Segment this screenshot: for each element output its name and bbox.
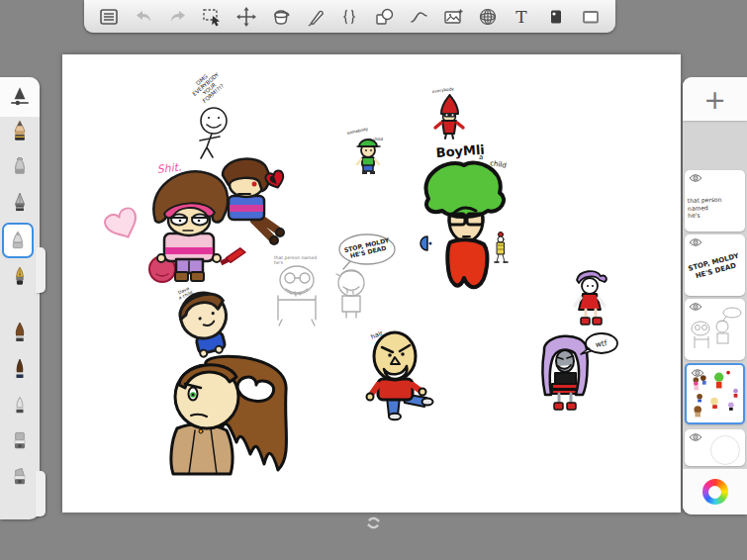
layer-card-text-1[interactable]: that person named he's xyxy=(685,170,745,232)
tiny-blue-figure xyxy=(420,236,432,250)
layer-card-sketch[interactable] xyxy=(685,299,745,360)
text-tool-glyph: T xyxy=(516,6,528,26)
layer-visibility-eye-icon[interactable] xyxy=(689,302,702,312)
layer-thumbnail-circle xyxy=(710,435,740,465)
sidebar-drawer-handle-bottom[interactable] xyxy=(36,471,46,516)
tool-soft-brush[interactable] xyxy=(4,387,36,422)
soft-brush-icon xyxy=(8,390,32,420)
layer-visibility-eye-icon[interactable] xyxy=(689,237,702,247)
red-knife xyxy=(219,247,246,267)
sphere-grid-icon xyxy=(477,6,499,28)
mask-pen-button[interactable] xyxy=(304,5,327,29)
undo-icon xyxy=(133,6,154,28)
rect-select-icon xyxy=(201,6,223,28)
drawing-canvas[interactable]: OMG EVERYBODY YOUR FORM!?!? Shit. xyxy=(62,54,681,513)
layers-panel-footer xyxy=(683,469,747,514)
svg-text:he's: he's xyxy=(274,260,284,265)
text-tool-icon: T xyxy=(511,6,532,28)
add-layer-label: + xyxy=(703,86,726,113)
color-wheel-button[interactable] xyxy=(702,479,728,505)
tool-technical-pen[interactable] xyxy=(4,185,36,221)
lasso-shapes-icon xyxy=(373,6,395,28)
mask-pen-icon xyxy=(305,6,327,28)
color-wheel-center xyxy=(708,486,721,499)
bald-angry-guy-drawing: hair xyxy=(367,328,433,420)
curve-button[interactable] xyxy=(407,5,430,29)
move-button[interactable] xyxy=(234,5,258,29)
tool-pencil[interactable] xyxy=(4,113,36,148)
tool-angled-marker[interactable] xyxy=(4,458,36,494)
layer-visibility-eye-icon[interactable] xyxy=(691,368,704,378)
fill-bucket-icon xyxy=(270,6,292,28)
frisk-drawing xyxy=(219,159,286,267)
tool-flat-marker[interactable] xyxy=(4,422,36,458)
import-image-icon xyxy=(442,6,464,28)
rect-select-button[interactable] xyxy=(200,5,224,29)
fountain-pen-icon xyxy=(8,262,32,292)
stick-note-text: OMG EVERYBODY YOUR FORM!?!? xyxy=(187,66,228,106)
layer-visibility-eye-icon[interactable] xyxy=(689,432,702,442)
add-layer-button[interactable]: + xyxy=(683,77,747,121)
menu-list-icon xyxy=(98,6,120,28)
tool-marker-selected[interactable] xyxy=(2,223,34,258)
tool-tip-settings[interactable] xyxy=(0,77,40,117)
lasso-shapes-button[interactable] xyxy=(372,5,396,29)
wtf-girl-drawing: wtf xyxy=(543,333,617,410)
green-cap-kid-drawing: somebody a child xyxy=(346,126,383,174)
tool-detail-brush[interactable] xyxy=(4,351,36,387)
tip-settings-icon xyxy=(8,82,32,112)
red-hood-kid-drawing: everybody a child xyxy=(431,86,463,139)
long-hair-girl-drawing xyxy=(171,356,287,474)
marker-icon xyxy=(6,226,30,255)
redo-button[interactable] xyxy=(166,5,190,29)
flat-marker-icon xyxy=(8,425,32,455)
tiny-yellow-figure xyxy=(495,233,508,263)
top-toolbar: T xyxy=(84,0,615,33)
layer-visibility-eye-icon[interactable] xyxy=(689,173,702,183)
svg-text:everybody: everybody xyxy=(431,86,454,94)
pencil-icon xyxy=(8,116,32,145)
sidebar-drawer-handle-top[interactable] xyxy=(36,247,46,293)
move-icon xyxy=(235,6,257,28)
svg-text:a: a xyxy=(479,153,483,161)
layer-card-circle[interactable] xyxy=(685,429,745,466)
color-swatch-button[interactable] xyxy=(544,5,568,29)
layer-thumbnail-text: STOP, MOLDY HE'S DEAD xyxy=(685,250,745,283)
redo-icon xyxy=(167,6,189,28)
airbrush-icon xyxy=(8,151,32,181)
beret-girl-drawing xyxy=(575,271,607,325)
layers-panel: + that person named he's STOP, MOLDY HE'… xyxy=(683,77,747,514)
tool-round-brush[interactable] xyxy=(4,315,36,350)
text-tool-button[interactable]: T xyxy=(510,5,533,29)
layer-thumbnail-text: that person named he's xyxy=(685,195,745,220)
svg-text:somebody: somebody xyxy=(346,126,369,136)
menu-list-button[interactable] xyxy=(97,5,121,29)
canvas-frame-icon xyxy=(580,6,602,28)
fill-bucket-button[interactable] xyxy=(269,5,293,29)
rotate-canvas-button[interactable] xyxy=(365,514,382,531)
curve-icon xyxy=(408,6,429,28)
green-afro-guy-drawing xyxy=(420,163,508,288)
stick-figure-drawing: OMG EVERYBODY YOUR FORM!?!? xyxy=(187,66,228,158)
sketch-figures-drawing: STOP, MOLDY HE'S DEAD that person named … xyxy=(274,234,395,326)
tool-fountain-pen[interactable] xyxy=(4,259,36,295)
canvas-frame-button[interactable] xyxy=(579,5,603,29)
rotate-icon xyxy=(365,514,382,531)
person-named-text: that person named he's xyxy=(274,255,317,265)
technical-pen-icon xyxy=(8,188,32,218)
undo-button[interactable] xyxy=(132,5,155,29)
tool-sidebar xyxy=(0,77,40,519)
cut-squiggle-button[interactable] xyxy=(337,5,361,29)
layer-card-text-2[interactable]: STOP, MOLDY HE'S DEAD xyxy=(685,234,745,296)
detail-brush-icon xyxy=(8,354,32,384)
round-brush-icon xyxy=(8,318,32,347)
bowl-cut-boy-drawing: Dave a child xyxy=(173,278,235,360)
svg-text:BoyMli: BoyMli xyxy=(435,142,485,160)
import-image-button[interactable] xyxy=(441,5,465,29)
angled-marker-icon xyxy=(8,461,32,491)
tool-airbrush[interactable] xyxy=(4,148,36,184)
sphere-grid-button[interactable] xyxy=(476,5,500,29)
layer-card-color-selected[interactable] xyxy=(685,363,745,424)
pink-heart-drawing xyxy=(103,206,142,243)
color-swatch-icon xyxy=(545,6,567,28)
